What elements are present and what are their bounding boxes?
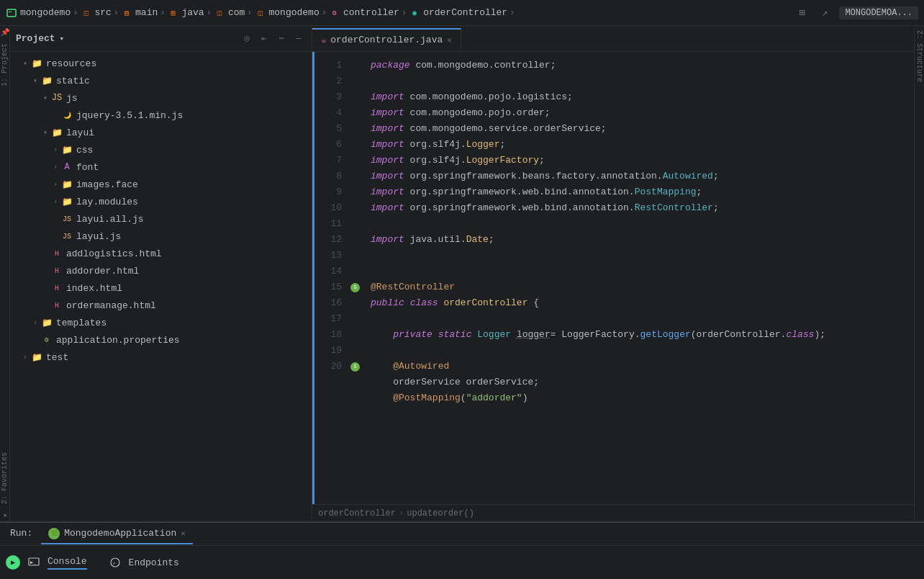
app-name-label: MongodemoApplication	[64, 528, 176, 539]
tree-title: Project	[16, 33, 55, 44]
layui-js-label: layui.js	[76, 231, 121, 242]
tree-item-test[interactable]: › 📁 test	[10, 349, 312, 366]
project-icon	[6, 7, 17, 19]
right-structure-panel: Z: Structure	[914, 26, 924, 521]
breadcrumb-main[interactable]: ▤ main	[121, 7, 158, 19]
tree-item-app-properties[interactable]: ⚙ application.properties	[10, 331, 312, 349]
tree-dropdown-arrow[interactable]: ▾	[60, 34, 65, 43]
index-icon: H	[50, 284, 63, 292]
font-label: font	[76, 162, 99, 173]
tree-item-jquery[interactable]: 🌙 jquery-3.5.1.min.js	[10, 107, 312, 124]
tree-item-js-folder[interactable]: ▾ JS js	[10, 89, 312, 107]
layui-all-label: layui.all.js	[76, 214, 144, 225]
run-button[interactable]: ▶	[6, 555, 20, 570]
chevron-static: ▾	[30, 76, 40, 85]
code-content[interactable]: package com.mongodemo.controller; import…	[365, 52, 914, 504]
folder-lay-modules-icon: 📁	[60, 197, 73, 207]
annotation-markers: S S	[350, 52, 365, 504]
collapse-icon[interactable]: ⇤	[257, 32, 271, 46]
favorites-icon: ★	[0, 508, 10, 521]
code-line-16: public class orderController {	[371, 295, 914, 311]
code-line-20: @Autowired	[371, 359, 914, 374]
tab-ordercontroller-label: orderController.java	[330, 35, 443, 45]
tab-ordercontroller[interactable]: ☕ orderController.java ✕	[312, 28, 461, 51]
static-label: static	[56, 76, 90, 86]
run-label: Run:	[3, 524, 40, 544]
breadcrumb-src[interactable]: ◫ src	[80, 7, 111, 19]
breadcrumb-project[interactable]: mongodemo	[6, 7, 71, 19]
endpoints-icon[interactable]: ↗	[107, 555, 123, 570]
target-icon[interactable]: ◎	[240, 32, 254, 46]
code-line-13	[371, 248, 914, 264]
minimize-icon[interactable]: —	[291, 32, 306, 46]
svg-text:▶_: ▶_	[30, 560, 37, 565]
more-icon[interactable]: ⋯	[274, 32, 289, 46]
breadcrumb-ordercontroller[interactable]: ◉ orderController	[409, 7, 507, 19]
code-line-18: private static Logger logger= LoggerFact…	[371, 327, 914, 343]
tree-item-images-face[interactable]: › 📁 images.face	[10, 176, 312, 193]
tab-mongodemo-app[interactable]: 🌿 MongodemoApplication ✕	[41, 524, 193, 544]
folder-test-icon: 📁	[30, 352, 43, 363]
tree-item-static[interactable]: ▾ 📁 static	[10, 72, 312, 89]
tree-item-font[interactable]: › A font	[10, 158, 312, 176]
spring-annotation-dot-15: S	[350, 283, 360, 292]
vertical-left-strip: 📌 1: Project 2: Favorites ★	[0, 26, 10, 521]
layout-icon[interactable]: ⊞	[793, 4, 810, 22]
code-line-19	[371, 343, 914, 359]
editor-bottom-bar: orderController › updateorder()	[312, 504, 914, 521]
tree-item-index[interactable]: H index.html	[10, 279, 312, 297]
tree-item-css[interactable]: › 📁 css	[10, 141, 312, 158]
tree-item-templates[interactable]: › 📁 templates	[10, 314, 312, 331]
tree-item-ordermanage[interactable]: H ordermanage.html	[10, 297, 312, 314]
arrow-icon[interactable]: ↗	[816, 4, 833, 22]
sidebar-label-project[interactable]: 1: Project	[0, 39, 9, 91]
sidebar-label-favorites[interactable]: 2: Favorites	[0, 448, 9, 508]
src-icon: ◫	[80, 7, 91, 19]
code-line-11	[371, 216, 914, 232]
file-tree-panel: Project ▾ ◎ ⇤ ⋯ — ▾ 📁 resources ▾ 📁 stat…	[10, 26, 312, 521]
console-tab-label[interactable]: Console	[47, 556, 87, 570]
svg-text:↗: ↗	[112, 560, 115, 566]
tree-header: Project ▾ ◎ ⇤ ⋯ —	[10, 26, 312, 52]
breadcrumb-java[interactable]: ▤ java	[167, 7, 204, 19]
sep1: ›	[73, 8, 78, 18]
tab-close-btn[interactable]: ✕	[447, 35, 452, 45]
tree-item-layui-js[interactable]: JS layui.js	[10, 228, 312, 245]
code-line-22: @PostMapping("addorder")	[371, 390, 914, 406]
java-label: java	[181, 7, 204, 18]
top-breadcrumb-bar: mongodemo › ◫ src › ▤ main › ▤ java › ◫ …	[0, 0, 924, 26]
tree-item-layui-all[interactable]: JS layui.all.js	[10, 210, 312, 228]
mongodemo-icon: ◫	[254, 7, 266, 19]
code-line-3: import com.mongodemo.pojo.logistics;	[371, 89, 914, 105]
code-line-6: import org.slf4j.Logger;	[371, 137, 914, 153]
addorder-label: addorder.html	[66, 266, 139, 277]
breadcrumb-controller[interactable]: ⚙ controller	[329, 7, 399, 19]
tree-item-addorder[interactable]: H addorder.html	[10, 262, 312, 279]
code-line-9: import org.springframework.web.bind.anno…	[371, 184, 914, 200]
app-spring-icon: 🌿	[48, 528, 60, 539]
tree-item-layui-folder[interactable]: ▾ 📁 layui	[10, 124, 312, 141]
tree-item-resources[interactable]: ▾ 📁 resources	[10, 55, 312, 72]
jquery-label: jquery-3.5.1.min.js	[76, 110, 183, 121]
tree-item-addlogistics[interactable]: H addlogistics.html	[10, 245, 312, 262]
breadcrumb-com[interactable]: ◫ com	[214, 7, 245, 19]
app-tab-close[interactable]: ✕	[181, 529, 186, 538]
folder-images-icon: 📁	[60, 179, 73, 190]
endpoints-tab-label[interactable]: Endpoints	[129, 557, 179, 568]
folder-layui-icon: 📁	[50, 127, 63, 138]
project-pin-icon: 📌	[0, 26, 10, 39]
folder-templates-icon: 📁	[40, 318, 53, 328]
code-line-4: import com.mongodemo.pojo.order;	[371, 105, 914, 121]
main-layout: 📌 1: Project 2: Favorites ★ Project ▾ ◎ …	[0, 26, 924, 521]
images-face-label: images.face	[76, 179, 138, 190]
code-line-12: import java.util.Date;	[371, 232, 914, 248]
code-line-1: package com.mongodemo.controller;	[371, 58, 914, 73]
folder-css-icon: 📁	[60, 145, 73, 156]
structure-label[interactable]: Z: Structure	[915, 26, 924, 86]
src-label: src	[94, 7, 111, 18]
console-icon[interactable]: ▶_	[26, 555, 42, 570]
chevron-font: ›	[50, 163, 60, 171]
breadcrumb-mongodemo[interactable]: ◫ mongodemo	[254, 7, 319, 19]
tree-item-lay-modules[interactable]: › 📁 lay.modules	[10, 193, 312, 210]
chevron-images-face: ›	[50, 181, 60, 189]
